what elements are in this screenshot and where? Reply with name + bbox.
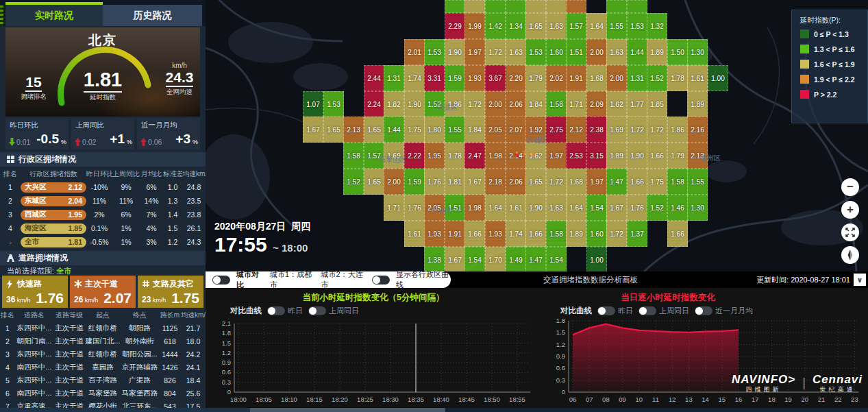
heatmap-cell[interactable]: 1.58 xyxy=(546,221,567,247)
heatmap-cell[interactable]: 1.54 xyxy=(546,247,567,271)
scope-selector[interactable]: 当前选择范围: 全市 xyxy=(7,266,71,276)
chart-toggle[interactable]: 上周同日 xyxy=(638,306,689,316)
heatmap-cell[interactable]: 2.06 xyxy=(506,169,526,195)
heatmap-cell[interactable]: 1.66 xyxy=(464,221,485,247)
heatmap-cell[interactable]: 1.44 xyxy=(627,39,647,65)
heatmap-cell[interactable]: 1.98 xyxy=(485,143,506,169)
heatmap-cell[interactable]: 1.60 xyxy=(586,221,607,247)
heatmap-cell[interactable]: 1.57 xyxy=(566,13,586,39)
road-row[interactable]: 5东四环中...主次干道百子湾路广渠路82618.4 xyxy=(0,374,206,387)
scrollbar-thumb[interactable] xyxy=(250,408,445,412)
heatmap-cell[interactable]: 2.24 xyxy=(364,91,384,117)
heatmap-cell[interactable]: 1.49 xyxy=(506,247,526,271)
heatmap-cell[interactable]: 1.72 xyxy=(464,91,485,117)
heatmap-cell[interactable]: 1.93 xyxy=(485,221,506,247)
heatmap-cell[interactable]: 1.64 xyxy=(566,195,586,221)
chart-toggle[interactable]: 昨日 xyxy=(597,306,633,316)
hourly-plot[interactable]: 00.30.60.91.21.51.8060708091011121314151… xyxy=(548,315,868,411)
heatmap-cell[interactable]: 1.55 xyxy=(445,117,465,143)
heatmap-cell[interactable]: 1.72 xyxy=(546,169,567,195)
heatmap-cell[interactable]: 1.89 xyxy=(687,91,708,117)
heatmap-cell[interactable]: 1.99 xyxy=(464,13,485,39)
heatmap-cell[interactable]: 1.90 xyxy=(525,195,546,221)
heatmap-cell[interactable]: 2.29 xyxy=(445,13,465,39)
heatmap-cell[interactable]: 1.72 xyxy=(606,221,627,247)
heatmap-cell[interactable]: 2.20 xyxy=(506,65,526,91)
heatmap-cell[interactable]: 1.89 xyxy=(647,39,667,65)
heatmap-cell[interactable]: 1.76 xyxy=(627,195,647,221)
road-row[interactable]: 4南四环中...主次干道嘉园路京开路辅路142624.1 xyxy=(0,361,206,374)
compass-button[interactable] xyxy=(841,246,859,264)
heatmap-cell[interactable]: 1.62 xyxy=(606,91,627,117)
heatmap-cell[interactable]: 1.68 xyxy=(566,169,586,195)
heatmap-cell[interactable]: 1.63 xyxy=(506,39,526,65)
heatmap-cell[interactable]: 1.76 xyxy=(424,169,445,195)
heatmap-cell[interactable]: 2.05 xyxy=(485,117,506,143)
heatmap-cell[interactable]: 1.93 xyxy=(424,221,445,247)
heatmap-cell[interactable]: 1.58 xyxy=(667,169,688,195)
heatmap-cell[interactable]: 1.72 xyxy=(485,39,506,65)
heatmap-cell[interactable]: 2.47 xyxy=(464,143,485,169)
road-class-card[interactable]: 主次干道26 km/h2.07 xyxy=(70,276,136,308)
heatmap-cell[interactable]: 1.55 xyxy=(687,169,708,195)
toggle-switch[interactable] xyxy=(638,306,656,315)
heatmap-cell[interactable]: 1.34 xyxy=(506,13,526,39)
heatmap-cell[interactable]: 1.95 xyxy=(424,143,445,169)
heatmap-cell[interactable]: 1.72 xyxy=(627,117,647,143)
heatmap-cell[interactable]: 1.81 xyxy=(445,169,465,195)
heatmap-cell[interactable]: 1.97 xyxy=(546,143,567,169)
heatmap-cell[interactable]: 1.67 xyxy=(464,169,485,195)
heatmap-cell[interactable]: 1.42 xyxy=(485,13,506,39)
heatmap-cell[interactable]: 1.00 xyxy=(586,247,607,271)
heatmap-cell[interactable]: 1.66 xyxy=(647,143,667,169)
heatmap-cell[interactable]: 1.65 xyxy=(525,169,546,195)
heatmap-cell[interactable]: 1.31 xyxy=(627,65,647,91)
heatmap-cell[interactable]: 2.44 xyxy=(364,65,384,91)
heatmap-cell[interactable]: 1.47 xyxy=(525,247,546,271)
district-curves-toggle[interactable] xyxy=(372,276,390,284)
heatmap-cell[interactable]: 2.01 xyxy=(404,39,425,65)
road-class-card[interactable]: 支路及其它23 km/h1.75 xyxy=(138,276,203,308)
heatmap-cell[interactable]: 1.76 xyxy=(404,195,425,221)
heatmap-cell[interactable]: 1.61 xyxy=(506,195,526,221)
heatmap-cell[interactable]: 3.67 xyxy=(485,65,506,91)
horizontal-scrollbar[interactable] xyxy=(0,408,868,412)
heatmap-cell[interactable]: 1.67 xyxy=(445,247,465,271)
heatmap-cell[interactable]: 1.50 xyxy=(667,39,688,65)
heatmap-cell[interactable]: 1.60 xyxy=(546,39,567,65)
heatmap-cell[interactable]: 1.64 xyxy=(586,13,607,39)
district-row[interactable]: 3西城区1.952%6%7%1.423.8 xyxy=(0,208,206,221)
chart-toggle[interactable]: 昨日 xyxy=(267,306,303,316)
heatmap-cell[interactable]: 1.85 xyxy=(647,91,667,117)
heatmap-cell[interactable]: 1.72 xyxy=(647,117,667,143)
zoom-in-button[interactable]: + xyxy=(841,201,859,219)
district-row[interactable]: -全市1.81-0.5%1%3%1.224.3 xyxy=(0,235,206,249)
current-hour-plot[interactable]: 00.30.60.91.21.51.82.118:0018:0518:1018:… xyxy=(211,318,538,411)
heatmap-cell[interactable]: 1.75 xyxy=(404,117,425,143)
heatmap-cell[interactable]: 1.30 xyxy=(687,195,708,221)
heatmap-cell[interactable]: 1.75 xyxy=(647,169,667,195)
heatmap-cell[interactable]: 2.18 xyxy=(485,169,506,195)
city-compare-toggle[interactable] xyxy=(212,276,230,284)
heatmap-cell[interactable]: 1.63 xyxy=(546,195,567,221)
heatmap-cell[interactable]: 2.09 xyxy=(586,91,607,117)
heatmap-cell[interactable]: 1.77 xyxy=(627,91,647,117)
heatmap-cell[interactable]: 1.65 xyxy=(525,13,546,39)
heatmap-cell[interactable]: 1.91 xyxy=(566,65,586,91)
heatmap-cell[interactable]: 1.98 xyxy=(464,195,485,221)
heatmap-cell[interactable]: 1.79 xyxy=(667,143,688,169)
heatmap-cell[interactable]: 1.78 xyxy=(667,65,688,91)
toggle-switch[interactable] xyxy=(308,306,326,315)
heatmap-cell[interactable]: 2.53 xyxy=(566,143,586,169)
heatmap-cell[interactable]: 1.38 xyxy=(424,247,445,271)
heatmap-cell[interactable]: 1.32 xyxy=(647,13,667,39)
heatmap-cell[interactable]: 1.86 xyxy=(667,117,688,143)
heatmap-cell[interactable]: 2.07 xyxy=(506,117,526,143)
heatmap-cell[interactable]: 1.07 xyxy=(303,91,323,117)
heatmap-cell[interactable]: 1.82 xyxy=(384,91,404,117)
heatmap-cell[interactable]: 1.59 xyxy=(404,169,425,195)
heatmap-cell[interactable]: 1.93 xyxy=(464,65,485,91)
district-row[interactable]: 1大兴区2.12-10%9%6%1.024.8 xyxy=(0,180,206,194)
heatmap-cell[interactable]: 1.66 xyxy=(627,169,647,195)
heatmap-cell[interactable]: 1.66 xyxy=(667,221,688,247)
